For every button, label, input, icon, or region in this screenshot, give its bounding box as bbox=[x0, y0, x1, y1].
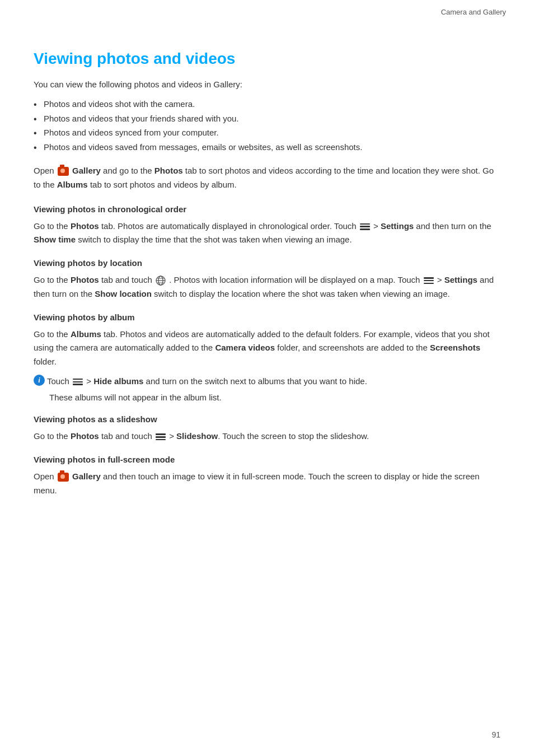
section-body-3: Go to the Albums tab. Photos and videos … bbox=[34, 328, 500, 369]
section-body-1: Go to the Photos tab. Photos are automat… bbox=[34, 220, 500, 248]
menu-icon-1 bbox=[360, 223, 370, 230]
list-item: Photos and videos synced from your compu… bbox=[34, 125, 500, 140]
section-body-4: Go to the Photos tab and touch > Slidesh… bbox=[34, 430, 500, 444]
page-number: 91 bbox=[491, 730, 500, 739]
section-body-2: Go to the Photos tab and touch . Photos … bbox=[34, 273, 500, 301]
section-location: Viewing photos by location Go to the Pho… bbox=[34, 258, 500, 301]
section-album: Viewing photos by album Go to the Albums… bbox=[34, 312, 500, 405]
section-chronological: Viewing photos in chronological order Go… bbox=[34, 204, 500, 248]
page-header: Camera and Gallery bbox=[0, 0, 534, 16]
info-note-text: Touch > Hide albums and turn on the swit… bbox=[45, 375, 367, 389]
list-item: Photos and videos shot with the camera. bbox=[34, 97, 500, 111]
section-fullscreen: Viewing photos in full-screen mode Open … bbox=[34, 455, 500, 498]
list-item: Photos and videos saved from messages, e… bbox=[34, 140, 500, 155]
section-heading-1: Viewing photos in chronological order bbox=[34, 204, 500, 214]
section-heading-2: Viewing photos by location bbox=[34, 258, 500, 268]
list-item: Photos and videos that your friends shar… bbox=[34, 111, 500, 126]
gallery-app-icon bbox=[58, 167, 69, 176]
bullet-list: Photos and videos shot with the camera. … bbox=[34, 97, 500, 154]
globe-icon bbox=[156, 276, 166, 286]
section-slideshow: Viewing photos as a slideshow Go to the … bbox=[34, 414, 500, 444]
page-title: Viewing photos and videos bbox=[34, 50, 500, 68]
menu-icon-3 bbox=[73, 379, 83, 385]
page-content: Viewing photos and videos You can view t… bbox=[0, 27, 534, 543]
info-circle-icon: i bbox=[34, 375, 45, 386]
section-heading-4: Viewing photos as a slideshow bbox=[34, 414, 500, 424]
info-note-subtext: These albums will not appear in the albu… bbox=[49, 391, 500, 405]
section-body-5: Open Gallery and then touch an image to … bbox=[34, 470, 500, 498]
gallery-paragraph: Open Gallery and go to the Photos tab to… bbox=[34, 164, 500, 192]
gallery-app-icon-2 bbox=[58, 473, 69, 482]
menu-icon-2 bbox=[424, 277, 434, 284]
chapter-title: Camera and Gallery bbox=[441, 8, 506, 16]
section-heading-5: Viewing photos in full-screen mode bbox=[34, 455, 500, 464]
section-heading-3: Viewing photos by album bbox=[34, 312, 500, 322]
menu-icon-4 bbox=[156, 433, 166, 440]
intro-paragraph: You can view the following photos and vi… bbox=[34, 78, 500, 91]
info-note-block: i Touch > Hide albums and turn on the sw… bbox=[34, 375, 500, 389]
